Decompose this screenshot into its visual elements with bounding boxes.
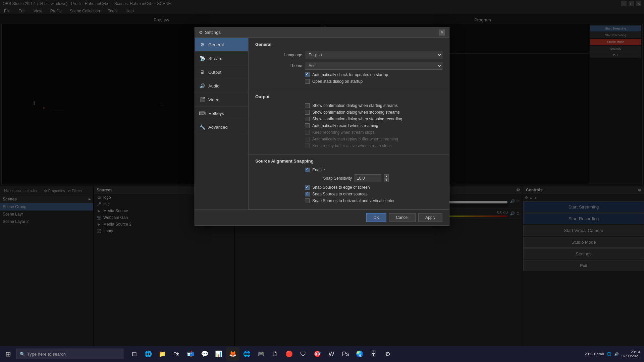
check-updates-label: Automatically check for updates on start… <box>312 72 388 77</box>
snap-sensitivity-label: Snap Sensitivity <box>305 176 352 181</box>
check-updates-row: Automatically check for updates on start… <box>255 72 442 77</box>
auto-replay-checkbox[interactable] <box>305 137 310 141</box>
stream-nav-icon: 📡 <box>199 55 206 62</box>
output-section-title: Output <box>255 94 442 99</box>
ok-button[interactable]: OK <box>366 213 386 222</box>
taskbar-app-office[interactable]: 📊 <box>212 347 225 361</box>
video-nav-icon: 🎬 <box>199 96 206 103</box>
output-nav-icon: 🖥 <box>199 69 206 75</box>
settings-close-button[interactable]: ✕ <box>439 29 445 36</box>
taskbar-app-firefox[interactable]: 🦊 <box>226 347 239 361</box>
snap-enable-checkbox[interactable] <box>305 168 310 172</box>
snap-center-label: Snap Sources to horizontal and vertical … <box>312 198 394 203</box>
language-label: Language <box>255 53 302 57</box>
show-confirm-stop-checkbox[interactable] <box>305 110 310 115</box>
snap-section-title: Source Alignment Snapping <box>255 159 442 164</box>
show-confirm-start-row: Show confirmation dialog when starting s… <box>255 103 442 108</box>
nav-general[interactable]: ⚙ General <box>195 38 248 52</box>
snap-center-checkbox[interactable] <box>305 198 310 203</box>
nav-audio[interactable]: 🔊 Audio <box>195 79 248 93</box>
taskbar-app-word[interactable]: W <box>325 347 338 361</box>
nav-advanced[interactable]: 🔧 Advanced <box>195 120 248 134</box>
taskbar-app-extra[interactable]: 🎯 <box>311 347 324 361</box>
show-confirm-start-label: Show confirmation dialog when starting s… <box>312 103 398 108</box>
auto-replay-label: Automatically start replay buffer when s… <box>312 137 398 141</box>
taskbar-app-taskview[interactable]: ⊟ <box>127 347 141 361</box>
taskbar-app-chrome[interactable]: 🌐 <box>240 347 254 361</box>
keep-replay-row: Keep replay buffer active when stream st… <box>255 143 442 148</box>
cancel-button[interactable]: Cancel <box>389 213 416 222</box>
auto-record-label: Automatically record when streaming <box>312 123 378 128</box>
snap-edge-checkbox[interactable] <box>305 185 310 190</box>
theme-label: Theme <box>255 63 302 68</box>
auto-replay-row: Automatically start replay buffer when s… <box>255 137 442 141</box>
theme-row: Theme Acri <box>255 62 442 70</box>
search-placeholder: Type here to search <box>27 352 66 357</box>
show-confirm-stop-label: Show confirmation dialog when stopping s… <box>312 110 400 115</box>
volume-icon: 🔊 <box>614 352 619 356</box>
settings-dialog-title: ⚙ Settings <box>199 30 221 35</box>
taskbar-app-ps[interactable]: Ps <box>339 347 352 361</box>
settings-content: General Language English Theme Acri <box>249 38 449 209</box>
theme-select[interactable]: Acri <box>305 62 442 70</box>
snap-other-label: Snap Sources to other sources <box>312 192 368 196</box>
show-confirm-stop-row: Show confirmation dialog when stopping s… <box>255 110 442 115</box>
advanced-nav-icon: 🔧 <box>199 124 206 130</box>
snap-other-checkbox[interactable] <box>305 192 310 196</box>
taskbar-app-mail[interactable]: 📬 <box>184 347 197 361</box>
taskbar-right: 29°C Cerah 🌐 🔊 20:14 07/09/2021 <box>585 350 643 358</box>
output-section: Output Show confirmation dialog when sta… <box>249 90 449 155</box>
taskbar-apps: ⊟ 🌐 📁 🛍 📬 💬 📊 🦊 🌐 🎮 🗒 🔴 🛡 🎯 W Ps 🌏 🗄 ⚙ <box>127 347 394 361</box>
taskbar-search[interactable]: 🔍 Type here to search <box>16 349 123 359</box>
open-stats-row: Open stats dialog on startup <box>255 79 442 84</box>
general-nav-icon: ⚙ <box>199 41 206 48</box>
general-section: General Language English Theme Acri <box>249 38 449 90</box>
auto-record-checkbox[interactable] <box>305 123 310 128</box>
nav-hotkeys[interactable]: ⌨ Hotkeys <box>195 107 248 120</box>
settings-gear-icon: ⚙ <box>199 30 203 35</box>
taskbar-app-store[interactable]: 🛍 <box>170 347 183 361</box>
snap-edge-label: Snap Sources to edge of screen <box>312 185 370 190</box>
general-section-title: General <box>255 42 442 47</box>
hotkeys-nav-icon: ⌨ <box>199 110 206 117</box>
snap-section: Source Alignment Snapping Enable Snap Se… <box>249 155 449 209</box>
taskbar-app-explorer[interactable]: 📁 <box>156 347 169 361</box>
language-select[interactable]: English <box>305 51 442 59</box>
snap-enable-label: Enable <box>312 168 325 172</box>
snap-edge-row: Snap Sources to edge of screen <box>255 185 442 190</box>
modal-overlay: ⚙ Settings ✕ ⚙ General 📡 Stream 🖥 Output <box>0 0 644 362</box>
language-row: Language English <box>255 51 442 59</box>
snap-sensitivity-up[interactable]: ▲ <box>384 174 389 178</box>
snap-sensitivity-down[interactable]: ▼ <box>384 178 389 182</box>
keep-recording-checkbox[interactable] <box>305 130 310 135</box>
audio-nav-icon: 🔊 <box>199 82 206 89</box>
network-icon: 🌐 <box>607 352 611 356</box>
taskbar-app-mgmt[interactable]: 🗄 <box>367 347 380 361</box>
taskbar-app-browser2[interactable]: 🌏 <box>353 347 366 361</box>
taskbar: ⊞ 🔍 Type here to search ⊟ 🌐 📁 🛍 📬 💬 📊 🦊 … <box>0 346 644 362</box>
taskbar-app-dev[interactable]: ⚙ <box>381 347 394 361</box>
taskbar-app-notes[interactable]: 🗒 <box>268 347 282 361</box>
show-confirm-stop-rec-label: Show confirmation dialog when stopping r… <box>312 117 402 121</box>
nav-stream[interactable]: 📡 Stream <box>195 52 248 65</box>
show-confirm-start-checkbox[interactable] <box>305 103 310 108</box>
taskbar-app-security[interactable]: 🛡 <box>297 347 310 361</box>
show-confirm-stop-rec-checkbox[interactable] <box>305 117 310 121</box>
taskbar-app-obs[interactable]: 🔴 <box>282 347 296 361</box>
weather-text: 29°C Cerah <box>585 352 604 356</box>
snap-sensitivity-input[interactable] <box>355 174 381 182</box>
settings-sidebar: ⚙ General 📡 Stream 🖥 Output 🔊 Audio 🎬 <box>195 38 249 209</box>
taskbar-app-teams[interactable]: 💬 <box>198 347 211 361</box>
start-button[interactable]: ⊞ <box>1 347 15 361</box>
keep-replay-label: Keep replay buffer active when stream st… <box>312 143 392 148</box>
check-updates-checkbox[interactable] <box>305 72 310 77</box>
settings-titlebar: ⚙ Settings ✕ <box>195 27 449 38</box>
taskbar-app-edge[interactable]: 🌐 <box>142 347 155 361</box>
open-stats-checkbox[interactable] <box>305 79 310 84</box>
taskbar-app-games[interactable]: 🎮 <box>254 347 268 361</box>
nav-video[interactable]: 🎬 Video <box>195 93 248 107</box>
keep-replay-checkbox[interactable] <box>305 143 310 148</box>
nav-output[interactable]: 🖥 Output <box>195 65 248 79</box>
apply-button[interactable]: Apply <box>418 213 442 222</box>
keep-recording-row: Keep recording when stream stops <box>255 130 442 135</box>
